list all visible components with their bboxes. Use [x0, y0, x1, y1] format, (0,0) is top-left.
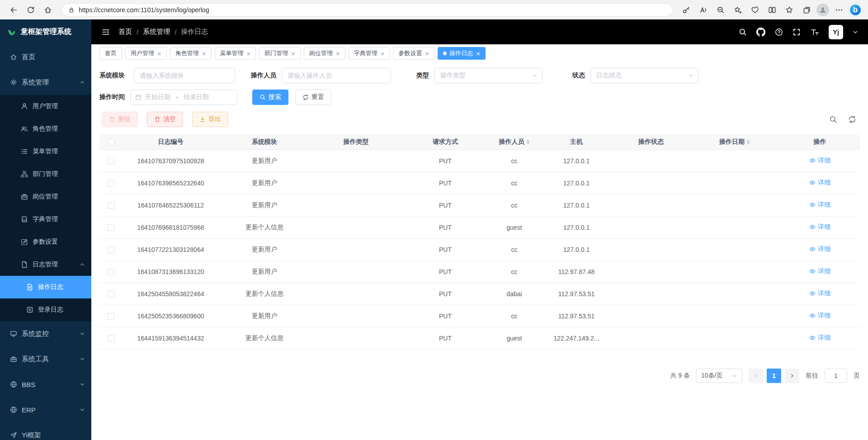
sidebar-item-role[interactable]: 角色管理	[0, 118, 91, 140]
module-input[interactable]	[134, 68, 235, 83]
prev-page-button[interactable]	[749, 369, 763, 383]
sort-caret-icons[interactable]	[526, 138, 530, 146]
close-icon[interactable]: ×	[202, 50, 206, 57]
back-icon[interactable]	[6, 3, 21, 17]
tab-dict[interactable]: 字典管理×	[349, 47, 390, 60]
profile-avatar-icon[interactable]	[816, 4, 829, 16]
tab-post[interactable]: 岗位管理×	[304, 47, 345, 60]
fullscreen-icon[interactable]	[793, 28, 801, 36]
refresh-icon[interactable]	[24, 3, 38, 17]
detail-link[interactable]: 详细	[809, 289, 830, 298]
sidebar-item-system[interactable]: 系统管理	[0, 70, 91, 95]
col-date[interactable]: 操作日期	[689, 134, 780, 150]
search-icon[interactable]	[739, 28, 747, 36]
search-button[interactable]: 搜索	[252, 90, 288, 105]
detail-link[interactable]: 详细	[809, 156, 830, 165]
sidebar-item-home[interactable]: 首页	[0, 44, 91, 70]
row-checkbox[interactable]	[108, 224, 114, 231]
home-icon[interactable]	[41, 3, 55, 17]
download-icon	[199, 116, 206, 123]
row-checkbox[interactable]	[108, 246, 114, 253]
sidebar-item-user[interactable]: 用户管理	[0, 95, 91, 118]
sidebar-item-bbs[interactable]: BBS	[0, 372, 91, 397]
split-screen-icon[interactable]	[765, 3, 779, 17]
date-range-picker[interactable]: 开始日期 - 结束日期	[130, 90, 237, 105]
detail-link[interactable]: 详细	[809, 312, 830, 320]
favorites-icon[interactable]	[782, 3, 797, 17]
sidebar-item-param[interactable]: 参数设置	[0, 231, 91, 253]
sort-caret-icons[interactable]	[746, 138, 750, 146]
close-icon[interactable]: ×	[247, 50, 251, 57]
search-toggle-icon[interactable]	[829, 115, 837, 123]
refresh-table-icon[interactable]	[848, 115, 856, 123]
sidebar-item-menu[interactable]: 菜单管理	[0, 140, 91, 163]
row-checkbox[interactable]	[108, 202, 114, 209]
breadcrumb-home[interactable]: 首页	[118, 28, 132, 36]
goto-page-input[interactable]	[825, 369, 847, 383]
detail-link[interactable]: 详细	[809, 201, 830, 209]
operator-input[interactable]	[282, 68, 391, 83]
sidebar-item-loginlog[interactable]: 登录日志	[0, 298, 91, 321]
collections-icon[interactable]	[799, 3, 814, 17]
bing-icon[interactable]: b	[849, 4, 862, 16]
detail-link[interactable]: 详细	[809, 267, 830, 275]
close-icon[interactable]: ×	[476, 50, 480, 57]
font-size-icon[interactable]	[810, 28, 819, 37]
status-select[interactable]: 日志状态	[590, 68, 698, 83]
user-avatar[interactable]: Yj	[829, 25, 843, 39]
tab-param[interactable]: 参数设置×	[393, 47, 435, 60]
sidebar-item-yi-framework[interactable]: Yi框架	[0, 422, 91, 440]
page-size-select[interactable]: 10条/页	[696, 369, 742, 383]
row-checkbox[interactable]	[108, 291, 114, 298]
export-button[interactable]: 导出	[192, 112, 228, 127]
row-checkbox[interactable]	[108, 313, 114, 320]
read-aloud-icon[interactable]	[696, 3, 711, 17]
row-checkbox[interactable]	[108, 269, 114, 275]
clear-button[interactable]: 清空	[147, 112, 183, 127]
tab-menu[interactable]: 菜单管理×	[215, 47, 256, 60]
sidebar-item-log[interactable]: 日志管理	[0, 253, 91, 276]
sidebar-item-operlog[interactable]: 操作日志	[0, 276, 91, 298]
detail-link[interactable]: 详细	[809, 245, 830, 253]
tab-home[interactable]: 首页	[99, 47, 122, 60]
detail-link[interactable]: 详细	[809, 334, 830, 342]
row-checkbox[interactable]	[108, 180, 114, 187]
detail-link[interactable]: 详细	[809, 223, 830, 231]
tab-user[interactable]: 用户管理×	[125, 47, 167, 60]
sidebar-item-erp[interactable]: ERP	[0, 397, 91, 422]
key-icon[interactable]	[679, 3, 693, 17]
zoom-out-icon[interactable]	[713, 3, 728, 17]
close-icon[interactable]: ×	[291, 50, 295, 57]
tab-operlog[interactable]: 操作日志×	[438, 47, 486, 60]
address-bar[interactable]: https://ccnetcore.com:1101/system/log/op…	[61, 3, 673, 17]
reset-button[interactable]: 重置	[295, 90, 331, 105]
chevron-down-icon[interactable]	[853, 29, 858, 35]
tab-role[interactable]: 角色管理×	[170, 47, 212, 60]
col-operator[interactable]: 操作人员	[488, 134, 540, 150]
breadcrumb-system[interactable]: 系统管理	[143, 28, 170, 36]
close-icon[interactable]: ×	[157, 50, 161, 57]
sidebar-item-post[interactable]: 岗位管理	[0, 185, 91, 208]
type-select[interactable]: 操作类型	[434, 68, 542, 83]
browser-essentials-icon[interactable]	[748, 3, 762, 17]
select-all-checkbox[interactable]	[108, 139, 114, 146]
row-checkbox[interactable]	[108, 158, 114, 165]
sidebar-item-tools[interactable]: 系统工具	[0, 346, 91, 372]
detail-link[interactable]: 详细	[809, 179, 830, 187]
help-icon[interactable]	[775, 28, 783, 36]
sidebar-item-dept[interactable]: 部门管理	[0, 163, 91, 185]
sidebar-item-dict[interactable]: 字典管理	[0, 208, 91, 231]
close-icon[interactable]: ×	[336, 50, 340, 57]
tab-dept[interactable]: 部门管理×	[259, 47, 301, 60]
menu-collapse-icon[interactable]	[101, 28, 110, 37]
page-number-1[interactable]: 1	[767, 369, 781, 383]
next-page-button[interactable]	[785, 369, 799, 383]
github-icon[interactable]	[756, 28, 765, 37]
add-favorite-icon[interactable]	[731, 3, 745, 17]
row-checkbox[interactable]	[108, 335, 114, 342]
delete-button[interactable]: 删除	[102, 112, 138, 127]
more-options-icon[interactable]	[832, 3, 846, 17]
sidebar-item-monitor[interactable]: 系统监控	[0, 321, 91, 346]
close-icon[interactable]: ×	[381, 50, 385, 57]
close-icon[interactable]: ×	[425, 50, 429, 57]
